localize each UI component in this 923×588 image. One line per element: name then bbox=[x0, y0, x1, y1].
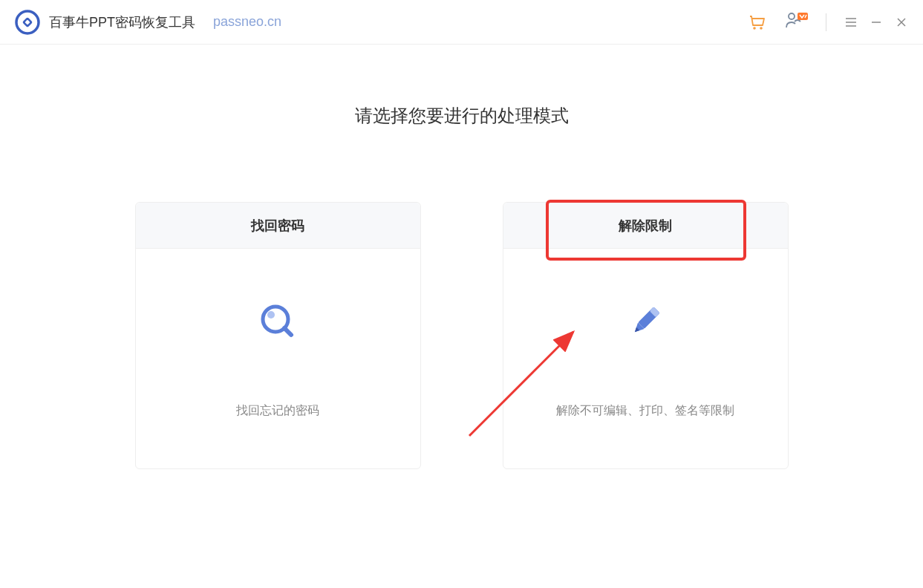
close-icon[interactable] bbox=[895, 16, 908, 29]
titlebar-right bbox=[747, 11, 908, 33]
svg-point-14 bbox=[267, 311, 275, 318]
svg-point-4 bbox=[760, 27, 763, 30]
cart-icon[interactable] bbox=[747, 13, 766, 32]
app-logo-icon bbox=[15, 10, 40, 35]
card-title: 找回密码 bbox=[251, 217, 304, 235]
titlebar-left: 百事牛PPT密码恢复工具 passneo.cn bbox=[15, 10, 281, 35]
app-title: 百事牛PPT密码恢复工具 bbox=[49, 13, 195, 31]
svg-line-15 bbox=[284, 328, 291, 335]
card-header: 找回密码 bbox=[136, 203, 420, 249]
window-controls bbox=[844, 16, 908, 29]
card-description: 找回忘记的密码 bbox=[236, 403, 319, 419]
menu-icon[interactable] bbox=[844, 16, 858, 29]
card-header: 解除限制 bbox=[503, 203, 788, 249]
mode-card-remove-restriction[interactable]: 解除限制 解除不可编辑、打印、签名等限制 bbox=[503, 202, 789, 469]
user-login-icon[interactable] bbox=[784, 11, 808, 33]
card-body: 找回忘记的密码 bbox=[136, 249, 420, 468]
app-domain: passneo.cn bbox=[213, 14, 281, 30]
svg-point-3 bbox=[753, 27, 756, 30]
svg-point-5 bbox=[789, 13, 795, 19]
titlebar: 百事牛PPT密码恢复工具 passneo.cn bbox=[0, 0, 923, 45]
card-title: 解除限制 bbox=[619, 217, 672, 235]
mode-prompt-title: 请选择您要进行的处理模式 bbox=[355, 104, 569, 128]
search-magnifier-icon bbox=[255, 299, 300, 344]
card-body: 解除不可编辑、打印、签名等限制 bbox=[503, 249, 788, 468]
divider bbox=[826, 13, 826, 31]
minimize-icon[interactable] bbox=[870, 16, 883, 29]
main-content: 请选择您要进行的处理模式 找回密码 找回忘记的密码 解除限制 bbox=[0, 45, 923, 469]
mode-card-recover-password[interactable]: 找回密码 找回忘记的密码 bbox=[135, 202, 421, 469]
card-description: 解除不可编辑、打印、签名等限制 bbox=[556, 403, 734, 419]
cards-container: 找回密码 找回忘记的密码 解除限制 bbox=[135, 202, 789, 469]
pencil-edit-icon bbox=[623, 299, 668, 344]
